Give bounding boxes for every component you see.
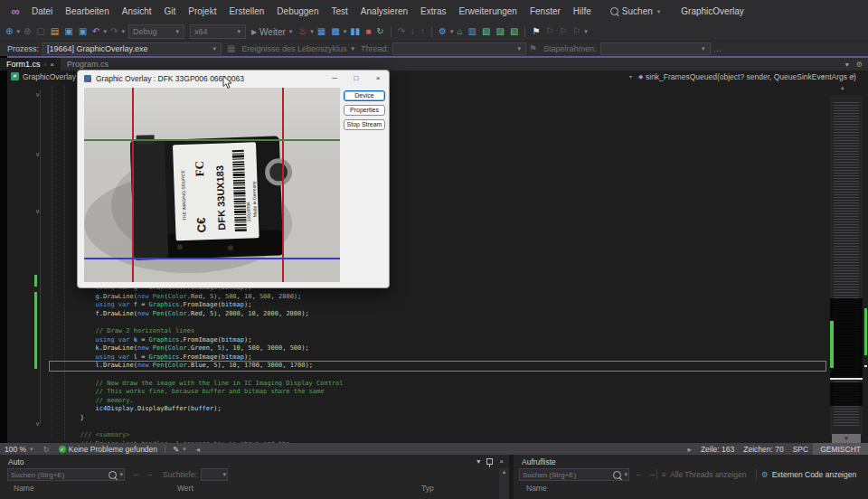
code-line[interactable] [50,371,826,380]
quick-search[interactable]: Suchen ▾ [610,6,661,16]
autos-search[interactable]: ▾ [7,468,125,481]
restart-icon[interactable]: ↻ [376,24,383,40]
menu-test[interactable]: Test [326,4,354,19]
tab-form1-cs[interactable]: Form1.cs◦× [0,58,61,71]
split-editor-icon[interactable]: + [851,72,855,81]
menu-hilfe[interactable]: Hilfe [567,4,598,19]
chevron-down-icon[interactable]: ▾ [629,73,632,80]
platform-select[interactable]: x64▾ [190,24,246,39]
stop-stream-button[interactable]: Stop Stream [344,119,385,130]
nav-forward-icon[interactable]: ⊕ [24,24,31,40]
uncomment-icon[interactable]: ▧ [510,24,518,40]
chevron-down-icon[interactable]: ▾ [310,28,314,35]
hot-reload-status[interactable]: ✎ ▾ [173,445,187,454]
live-share-icon[interactable]: ⚙ [439,24,447,40]
show-external-code-button[interactable]: ⚙ Externen Code anzeigen [761,470,856,479]
line-ending-indicator[interactable]: GEMISCHT [813,443,868,455]
code-line[interactable]: ic4Display.DisplayBuffer(buffer); [50,405,826,414]
minimize-icon[interactable]: ─ [324,74,345,82]
sync-icon[interactable]: ↻ [43,445,50,454]
code-line[interactable]: using var k = Graphics.FromImage(bitmap)… [50,336,826,345]
collapse-icon[interactable]: ◂ [196,445,200,454]
minimap-viewport[interactable] [830,298,863,378]
next-result-icon[interactable]: → [648,469,656,478]
spaces-indicator[interactable]: SPC [793,445,808,454]
menu-ansicht[interactable]: Ansicht [116,4,158,19]
close-icon[interactable]: × [367,74,389,82]
continue-button[interactable]: ▶Weiter▾ [251,27,293,37]
callstack-search[interactable]: ▾ [519,468,629,481]
chevron-down-icon[interactable]: ▾ [16,28,20,35]
column-indicator[interactable]: Zeichen: 70 [743,445,783,454]
code-line[interactable]: // memory. [50,397,826,406]
feedback-icon[interactable]: ⌂ [458,24,463,40]
debug-config-select[interactable]: Debug▾ [128,24,184,39]
breadcrumb-project[interactable]: GraphicOverlay [23,72,76,81]
callstack-panel-title[interactable]: Aufrufliste [522,457,556,466]
break-all-icon[interactable]: ▮▮ [350,24,360,40]
column-value[interactable]: Wert [177,484,193,493]
menu-erweiterungen[interactable]: Erweiterungen [452,4,523,19]
comment-icon[interactable]: ▨ [496,24,505,40]
maximize-icon[interactable]: □ [345,74,367,82]
bookmark-icon[interactable]: ⚑ [532,24,540,40]
minimap[interactable] [830,95,863,435]
pin-icon[interactable] [486,458,493,465]
redo-icon[interactable]: ↷ [110,24,118,40]
close-icon[interactable]: × [499,457,504,466]
hot-reload-icon[interactable]: ♨ [298,24,307,40]
autos-search-input[interactable] [8,471,108,479]
callstack-search-input[interactable] [520,471,613,479]
document-list-icon[interactable]: ▾ [845,61,849,69]
code-line[interactable]: // Draw 2 horizontal lines [50,327,826,336]
column-name[interactable]: Name [526,484,547,493]
show-all-threads-button[interactable]: ≡ Alle Threads anzeigen [662,470,746,479]
bookmark-clear-icon[interactable]: ⚐ [572,24,580,40]
chevron-down-icon[interactable]: ▾ [121,28,125,35]
step-over-icon[interactable]: ↷ [398,24,405,40]
zoom-control[interactable]: 100 % ▾ [5,445,34,454]
code-line[interactable]: g.DrawLine(new Pen(Color.Red, 5), 500, 1… [50,293,826,302]
prev-result-icon[interactable]: ← [132,469,140,478]
code-line[interactable]: } [50,414,826,423]
code-line[interactable]: using var l = Graphics.FromImage(bitmap)… [50,353,826,362]
menu-bearbeiten[interactable]: Bearbeiten [59,4,115,19]
chevron-down-icon[interactable]: ▾ [104,28,108,35]
menu-analysieren[interactable]: Analysieren [354,4,414,19]
close-tab-icon[interactable]: × [50,61,54,69]
search-depth-select[interactable]: ▾ [201,468,228,481]
scroll-down-icon[interactable]: ▾ [832,434,861,443]
prev-result-icon[interactable]: ← [635,469,643,478]
thread-select[interactable]: ▾ [392,42,526,55]
process-select[interactable]: [19664] GraphicOverlay.exe ▾ [42,42,222,55]
structure-icon[interactable]: ▧ [482,24,490,40]
code-line[interactable]: f.DrawLine(new Pen(Color.Red, 5), 2000, … [50,310,826,319]
save-icon[interactable]: ▣ [64,24,72,40]
graphic-overlay-window[interactable]: Graphic Overlay : DFK 33GP006 06610063 ─… [77,70,390,288]
pin-tab-icon[interactable]: ◦ [44,61,47,69]
options-icon[interactable]: ⚙ [856,61,863,69]
line-indicator[interactable]: Zeile: 163 [701,445,734,454]
scroll-up-icon[interactable]: ▴ [503,468,506,475]
window-layout-icon[interactable]: ▦ [317,24,326,40]
code-line[interactable]: /// <summary> [50,431,826,440]
open-folder-icon[interactable]: ▤ [51,24,59,40]
code-line[interactable] [50,423,826,432]
chevron-down-icon[interactable]: ▾ [584,28,588,35]
column-type[interactable]: Typ [421,484,434,493]
fold-chevron-icon[interactable]: ∨ [35,151,40,158]
chevron-down-icon[interactable]: ▾ [822,73,825,80]
menu-datei[interactable]: Datei [25,4,59,19]
device-button[interactable]: Device [344,90,385,101]
fold-chevron-icon[interactable]: ∨ [35,91,40,99]
step-into-icon[interactable]: ↓ [410,24,415,40]
browser-link-icon[interactable]: ▩ [331,24,339,40]
column-name[interactable]: Name [14,484,34,493]
expand-icon[interactable]: ▸ [688,445,692,454]
menu-erstellen[interactable]: Erstellen [222,4,270,19]
code-line[interactable]: // Now draw the image with the line in I… [50,380,826,389]
panel-scrollbar[interactable]: ▴ [499,468,509,499]
scroll-up-icon[interactable]: ▴ [841,84,844,91]
chevron-down-icon[interactable]: ▾ [476,457,480,466]
cursor-tool-icon[interactable]: ▥ [468,24,476,40]
